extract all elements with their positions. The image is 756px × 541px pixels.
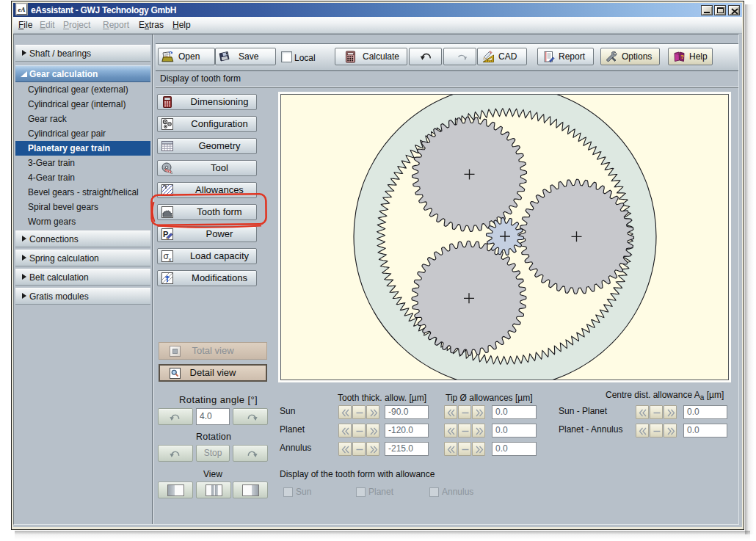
svg-text:x: x [169, 256, 172, 263]
svg-text:?: ? [680, 54, 684, 60]
